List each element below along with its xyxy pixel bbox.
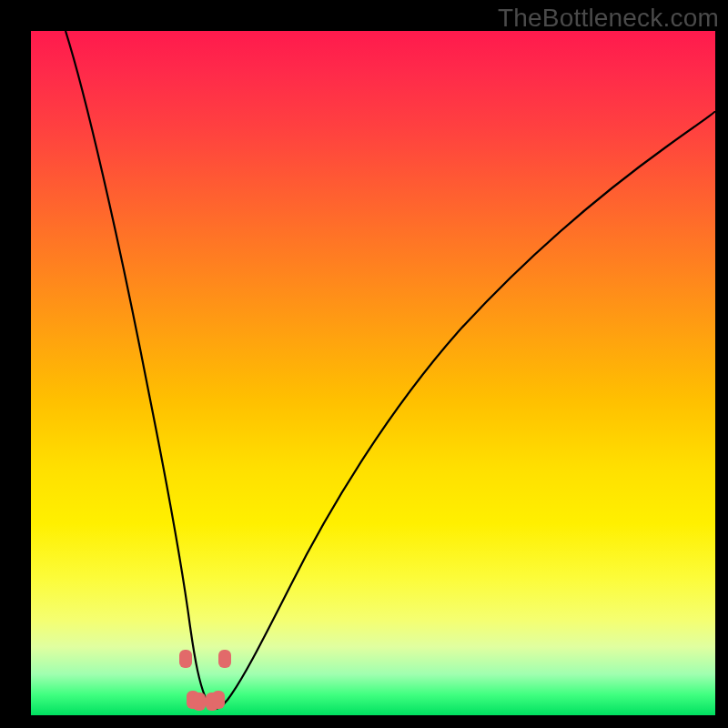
watermark-text: TheBottleneck.com — [498, 4, 719, 33]
trough-markers — [179, 650, 231, 711]
svg-rect-2 — [193, 693, 206, 711]
svg-rect-5 — [218, 650, 231, 668]
chart-frame: TheBottleneck.com — [0, 0, 728, 728]
svg-rect-0 — [179, 650, 192, 668]
plot-area — [31, 31, 715, 715]
bottleneck-curve — [66, 31, 715, 709]
curve-layer — [31, 31, 715, 715]
svg-rect-4 — [212, 691, 225, 709]
